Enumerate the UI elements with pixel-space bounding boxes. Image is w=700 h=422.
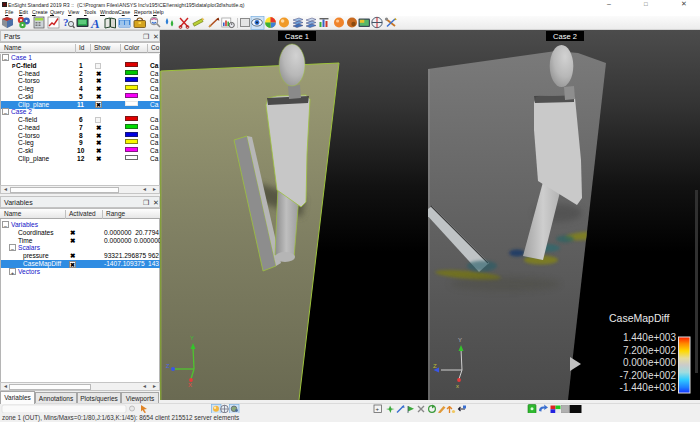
svg-text:7.200e+002: 7.200e+002	[623, 345, 677, 356]
svg-text:0.000e+000: 0.000e+000	[623, 357, 677, 368]
svg-text:Z: Z	[433, 363, 437, 369]
svg-text:CaseMapDiff: CaseMapDiff	[609, 312, 670, 324]
svg-text:x: x	[456, 383, 459, 389]
svg-text:-7.200e+002: -7.200e+002	[620, 370, 677, 381]
svg-text:Y: Y	[190, 335, 194, 341]
svg-text:1.440e+003: 1.440e+003	[623, 332, 677, 343]
svg-text:+: +	[376, 406, 380, 412]
svg-text:A: A	[90, 16, 100, 30]
svg-text:?: ?	[63, 16, 69, 28]
svg-text:Case 1: Case 1	[285, 32, 309, 41]
svg-text:Case 2: Case 2	[553, 32, 577, 41]
svg-text:Y: Y	[458, 337, 462, 343]
svg-text:Z: Z	[166, 363, 170, 369]
svg-text:X: X	[188, 382, 192, 388]
svg-text:-1.440e+003: -1.440e+003	[620, 382, 677, 393]
